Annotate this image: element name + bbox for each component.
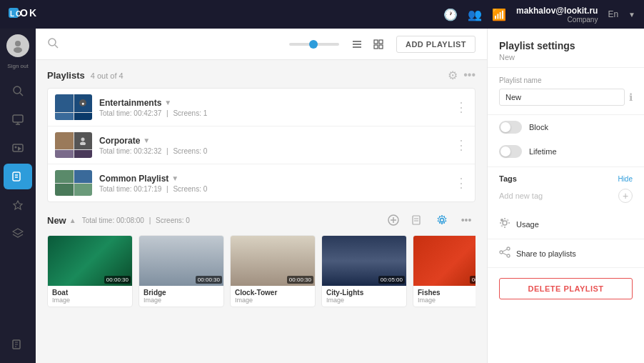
media-thumbnail: 00:00:30 bbox=[231, 236, 316, 286]
svg-point-19 bbox=[49, 39, 56, 46]
new-section-actions: ••• bbox=[384, 211, 476, 229]
edit-button[interactable] bbox=[408, 211, 427, 229]
lang-chevron[interactable]: ▼ bbox=[628, 11, 635, 19]
search-button[interactable] bbox=[47, 37, 59, 51]
media-name: Bridge bbox=[144, 289, 219, 297]
tags-hide-button[interactable]: Hide bbox=[618, 175, 633, 183]
list-item[interactable]: Corporate ▼ Total time: 00:32:32 | Scree… bbox=[48, 126, 475, 164]
playlist-more-button[interactable]: ⋮ bbox=[455, 176, 468, 189]
media-type: Image bbox=[235, 297, 311, 304]
playlist-name: Common Playlist ▼ bbox=[99, 174, 448, 184]
list-item[interactable]: ● Entertainments ▼ Total time: 00:42:37 … bbox=[48, 89, 475, 126]
media-thumbnail: 00:05:00 bbox=[322, 236, 407, 286]
block-toggle[interactable] bbox=[499, 121, 522, 134]
svg-point-30 bbox=[81, 137, 85, 141]
playlists-section: Playlists 4 out of 4 ⚙ ••• ● bbox=[36, 60, 487, 202]
media-name: Clock-Tower bbox=[235, 289, 311, 297]
svg-point-39 bbox=[503, 221, 507, 225]
media-info: Boat Image bbox=[48, 286, 132, 307]
media-thumbnail: 00:00:30 bbox=[139, 236, 224, 286]
media-thumbnail: 00:00:30 bbox=[413, 236, 476, 286]
playlist-name-input[interactable] bbox=[499, 89, 625, 106]
clock-icon[interactable]: 🕐 bbox=[443, 8, 458, 21]
signal-icon[interactable]: 📶 bbox=[492, 8, 506, 21]
add-media-button[interactable] bbox=[384, 211, 403, 229]
svg-point-11 bbox=[15, 146, 17, 149]
user-info[interactable]: makhalov@lookit.ru Company bbox=[516, 6, 598, 24]
playlist-more-button[interactable]: ⋮ bbox=[455, 101, 468, 114]
sidebar-item-favorites[interactable] bbox=[4, 192, 32, 218]
more-options-button[interactable]: ••• bbox=[457, 211, 476, 229]
media-type: Image bbox=[52, 297, 128, 304]
list-item[interactable]: 00:00:30 Fishes Image bbox=[413, 235, 476, 307]
svg-point-3 bbox=[15, 41, 21, 46]
list-item[interactable]: 00:00:30 Clock-Tower Image bbox=[230, 235, 316, 307]
playlists-title: Playlists bbox=[47, 70, 85, 81]
list-item[interactable]: 00:00:30 Bridge Image bbox=[139, 235, 224, 307]
svg-point-5 bbox=[14, 86, 21, 94]
new-section-meta: Total time: 00:08:00 | Screens: 0 bbox=[82, 217, 190, 224]
svg-point-4 bbox=[14, 47, 22, 53]
usage-row[interactable]: Usage bbox=[488, 210, 644, 239]
topbar-right: 🕐 👥 📶 makhalov@lookit.ru Company En ▼ bbox=[443, 6, 635, 24]
delete-playlist-button[interactable]: DELETE PLAYLIST bbox=[499, 278, 633, 299]
grid-view-button[interactable] bbox=[369, 35, 388, 54]
svg-text:OK: OK bbox=[20, 7, 38, 19]
add-playlist-button[interactable]: ADD PLAYLIST bbox=[396, 36, 476, 53]
share-icon bbox=[499, 247, 510, 260]
media-type: Image bbox=[326, 297, 402, 304]
media-grid: 00:00:30 Boat Image 00:00:30 Bridge Imag… bbox=[47, 235, 476, 307]
svg-point-46 bbox=[501, 225, 503, 227]
playlist-list: ● Entertainments ▼ Total time: 00:42:37 … bbox=[47, 88, 476, 202]
toggle-knob bbox=[500, 146, 510, 156]
add-tag-placeholder: Add new tag bbox=[499, 192, 543, 200]
avatar[interactable] bbox=[6, 34, 29, 57]
playlist-more-button[interactable]: ⋮ bbox=[455, 139, 468, 151]
media-info: Fishes Image bbox=[413, 286, 476, 307]
list-item[interactable]: Common Playlist ▼ Total time: 00:17:19 |… bbox=[48, 164, 475, 202]
sidebar-item-layers[interactable] bbox=[4, 221, 32, 247]
playlist-meta: Total time: 00:17:19 | Screens: 0 bbox=[99, 185, 448, 193]
company-name: Company bbox=[568, 16, 598, 24]
list-item[interactable]: 00:05:00 City-Lights Image bbox=[321, 235, 407, 307]
sidebar-item-screens[interactable] bbox=[4, 106, 32, 132]
add-tag-row: Add new tag + bbox=[488, 186, 644, 210]
sidebar-item-media[interactable] bbox=[4, 135, 32, 161]
lifetime-toggle[interactable] bbox=[499, 145, 522, 158]
media-duration: 00:00:30 bbox=[470, 276, 476, 284]
playlist-name-section: Playlist name ℹ bbox=[488, 68, 644, 115]
right-panel: Playlist settings New Playlist name ℹ Bl… bbox=[487, 29, 644, 363]
playlist-info: Entertainments ▼ Total time: 00:42:37 | … bbox=[99, 98, 448, 117]
view-toggle bbox=[348, 35, 388, 54]
topbar: LO OK 🕐 👥 📶 makhalov@lookit.ru Company E… bbox=[0, 0, 644, 29]
add-tag-button[interactable]: + bbox=[618, 189, 633, 203]
sidebar-item-playlists[interactable] bbox=[4, 164, 32, 189]
share-row[interactable]: Share to playlists bbox=[488, 239, 644, 268]
filter-icon[interactable]: ⚙ bbox=[448, 69, 458, 82]
playlist-name: Corporate ▼ bbox=[99, 136, 448, 146]
usage-label: Usage bbox=[516, 220, 539, 229]
playlists-actions: ⚙ ••• bbox=[448, 69, 476, 82]
playlist-meta: Total time: 00:42:37 | Screens: 1 bbox=[99, 109, 448, 117]
media-name: City-Lights bbox=[326, 289, 402, 297]
svg-rect-26 bbox=[374, 45, 378, 49]
sidebar-item-search[interactable] bbox=[4, 78, 32, 104]
content-toolbar: ADD PLAYLIST bbox=[36, 29, 487, 60]
sidebar: Sign out bbox=[0, 29, 36, 363]
info-icon[interactable]: ℹ bbox=[629, 91, 633, 103]
language-selector[interactable]: En bbox=[608, 9, 618, 19]
zoom-slider[interactable] bbox=[289, 43, 339, 46]
playlist-info: Corporate ▼ Total time: 00:32:32 | Scree… bbox=[99, 136, 448, 155]
more-icon[interactable]: ••• bbox=[463, 69, 476, 82]
chevron-icon: ▼ bbox=[164, 99, 171, 106]
users-icon[interactable]: 👥 bbox=[468, 8, 482, 21]
new-section: New ▲ Total time: 00:08:00 | Screens: 0 bbox=[36, 202, 487, 363]
tags-title: Tags bbox=[499, 174, 517, 183]
list-view-button[interactable] bbox=[348, 35, 366, 54]
sidebar-item-bottom[interactable] bbox=[4, 332, 32, 357]
svg-point-31 bbox=[80, 141, 86, 145]
svg-line-51 bbox=[503, 253, 507, 255]
settings-button[interactable] bbox=[433, 211, 451, 229]
new-section-header: New ▲ Total time: 00:08:00 | Screens: 0 bbox=[47, 211, 476, 229]
list-item[interactable]: 00:00:30 Boat Image bbox=[47, 235, 133, 307]
